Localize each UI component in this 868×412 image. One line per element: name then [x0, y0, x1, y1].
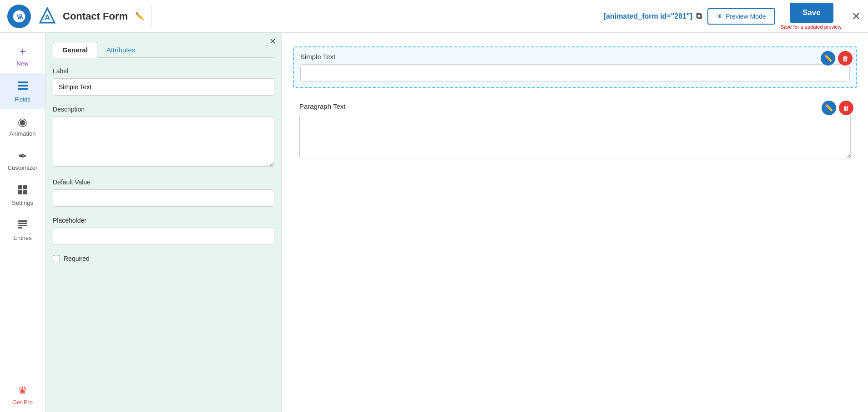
- copy-shortcode-icon[interactable]: ⧉: [696, 11, 702, 21]
- sidebar-label-entries: Entries: [13, 234, 31, 241]
- default-value-input[interactable]: [53, 189, 274, 207]
- required-label: Required: [64, 255, 90, 262]
- placeholder-field-group: Placeholder: [53, 217, 274, 245]
- edit-title-icon[interactable]: ✏️: [135, 12, 144, 20]
- svg-rect-4: [18, 88, 28, 90]
- shortcode-text: [animated_form id="281"]: [604, 12, 692, 20]
- animation-icon: ◉: [18, 116, 27, 128]
- preview-eye-icon: 👁: [717, 13, 723, 20]
- required-field-group: Required: [53, 255, 274, 262]
- shortcode-display: [animated_form id="281"] ⧉: [604, 11, 702, 21]
- tab-attributes[interactable]: Attributes: [97, 42, 144, 57]
- header-brand: A Contact Form ✏️: [36, 5, 152, 27]
- paragraph-text-label: Paragraph Text: [299, 102, 851, 110]
- settings-icon: [17, 184, 28, 198]
- edit-simple-text-button[interactable]: ✏️: [821, 51, 835, 66]
- header: A Contact Form ✏️ [animated_form id="281…: [0, 0, 868, 33]
- sidebar-item-customizer[interactable]: ✒ Customizer: [0, 143, 45, 178]
- close-button[interactable]: ✕: [852, 10, 861, 23]
- label-input[interactable]: [53, 78, 274, 96]
- edit-paragraph-text-button[interactable]: ✏️: [822, 101, 836, 115]
- placeholder-input[interactable]: [53, 228, 274, 245]
- placeholder-field-label: Placeholder: [53, 217, 274, 224]
- form-canvas: ✏️ 🗑 Simple Text ✏️ 🗑 Paragraph Text: [282, 33, 868, 412]
- delete-simple-text-button[interactable]: 🗑: [838, 51, 853, 66]
- svg-rect-8: [23, 190, 27, 194]
- description-textarea[interactable]: [53, 117, 274, 167]
- field-settings-panel: ✕ General Attributes Label Description D…: [45, 33, 282, 412]
- sidebar-label-getpro: Get Pro: [12, 399, 33, 406]
- simple-text-input[interactable]: [300, 64, 850, 81]
- svg-rect-5: [18, 185, 22, 189]
- fields-icon: [17, 80, 29, 94]
- required-checkbox[interactable]: [53, 255, 60, 262]
- sidebar-label-fields: Fields: [15, 96, 30, 103]
- svg-rect-3: [18, 85, 28, 86]
- sidebar-label-animation: Animation: [10, 130, 36, 137]
- main-content: ＋ New Fields ◉ Animation ✒ Customizer Se…: [0, 33, 868, 412]
- label-field-label: Label: [53, 67, 274, 75]
- sidebar-item-animation[interactable]: ◉ Animation: [0, 109, 45, 143]
- form-field-simple-text: ✏️ 🗑 Simple Text: [293, 46, 857, 88]
- save-button[interactable]: Save: [790, 3, 833, 23]
- field-actions-simple-text: ✏️ 🗑: [821, 51, 853, 66]
- sidebar-label-settings: Settings: [12, 199, 33, 206]
- header-title: Contact Form: [63, 10, 128, 22]
- sidebar-item-settings[interactable]: Settings: [0, 178, 45, 213]
- svg-rect-6: [23, 185, 27, 189]
- save-note: Save for a updated preview.: [781, 24, 843, 30]
- entries-icon: [17, 219, 28, 233]
- form-field-paragraph-text: ✏️ 🗑 Paragraph Text: [293, 97, 857, 167]
- svg-rect-7: [18, 190, 22, 194]
- panel-close-button[interactable]: ✕: [269, 36, 276, 46]
- tab-general[interactable]: General: [53, 42, 97, 58]
- default-value-field-group: Default Value: [53, 178, 274, 207]
- sidebar-label-customizer: Customizer: [8, 164, 38, 171]
- sidebar-item-getpro[interactable]: ♛ Get Pro: [0, 378, 45, 412]
- svg-rect-2: [18, 81, 28, 83]
- sidebar-item-new[interactable]: ＋ New: [0, 37, 45, 73]
- wp-logo: [7, 5, 31, 28]
- description-field-label: Description: [53, 106, 274, 113]
- customizer-icon: ✒: [18, 150, 27, 163]
- svg-rect-9: [18, 220, 27, 222]
- sidebar-label-new: New: [16, 60, 28, 67]
- svg-rect-10: [18, 223, 27, 224]
- preview-mode-button[interactable]: 👁 Preview Mode: [707, 8, 775, 25]
- label-field-group: Label: [53, 67, 274, 96]
- svg-rect-11: [18, 225, 27, 226]
- sidebar-item-fields[interactable]: Fields: [0, 73, 45, 109]
- preview-mode-label: Preview Mode: [726, 13, 766, 20]
- brand-logo: A: [36, 5, 58, 27]
- delete-paragraph-text-button[interactable]: 🗑: [839, 101, 853, 115]
- getpro-crown-icon: ♛: [18, 384, 28, 397]
- sidebar: ＋ New Fields ◉ Animation ✒ Customizer Se…: [0, 33, 45, 412]
- new-plus-icon: ＋: [17, 44, 28, 58]
- panel-tabs: General Attributes: [53, 42, 274, 58]
- default-value-field-label: Default Value: [53, 178, 274, 186]
- simple-text-label: Simple Text: [300, 53, 850, 61]
- svg-rect-12: [18, 227, 22, 229]
- paragraph-text-textarea[interactable]: [299, 114, 851, 159]
- description-field-group: Description: [53, 106, 274, 168]
- save-area: Save Save for a updated preview.: [781, 3, 843, 30]
- field-actions-paragraph-text: ✏️ 🗑: [822, 101, 853, 115]
- svg-text:A: A: [45, 14, 50, 21]
- sidebar-item-entries[interactable]: Entries: [0, 213, 45, 248]
